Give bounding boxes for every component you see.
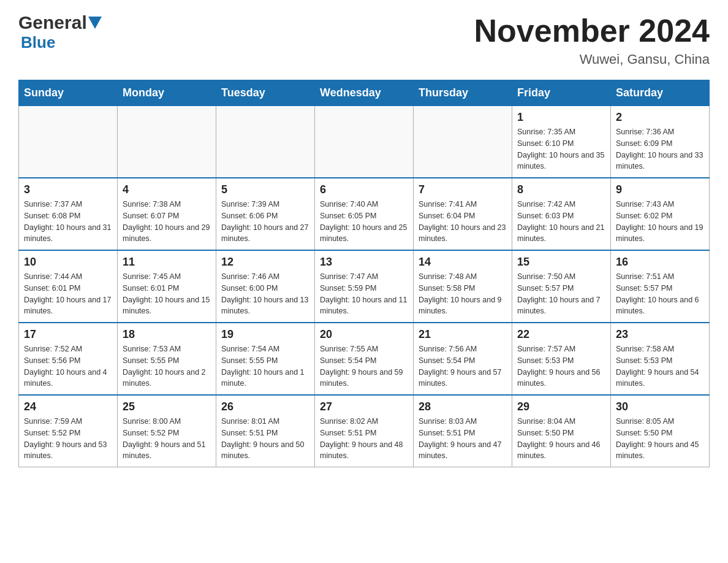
subtitle: Wuwei, Gansu, China — [474, 52, 710, 67]
day-cell: 6Sunrise: 7:40 AM Sunset: 6:05 PM Daylig… — [315, 178, 414, 250]
day-info: Sunrise: 7:43 AM Sunset: 6:02 PM Dayligh… — [616, 199, 704, 245]
day-cell: 30Sunrise: 8:05 AM Sunset: 5:50 PM Dayli… — [611, 395, 710, 467]
day-info: Sunrise: 7:51 AM Sunset: 5:57 PM Dayligh… — [616, 271, 704, 317]
day-cell: 29Sunrise: 8:04 AM Sunset: 5:50 PM Dayli… — [512, 395, 611, 467]
day-info: Sunrise: 7:44 AM Sunset: 6:01 PM Dayligh… — [24, 271, 112, 317]
day-cell: 24Sunrise: 7:59 AM Sunset: 5:52 PM Dayli… — [19, 395, 118, 467]
day-cell: 15Sunrise: 7:50 AM Sunset: 5:57 PM Dayli… — [512, 250, 611, 323]
day-number: 16 — [616, 256, 704, 269]
day-number: 28 — [419, 400, 507, 413]
day-number: 1 — [517, 111, 605, 124]
day-number: 20 — [320, 328, 408, 341]
day-info: Sunrise: 7:41 AM Sunset: 6:04 PM Dayligh… — [419, 199, 507, 245]
header-saturday: Saturday — [611, 80, 710, 106]
day-number: 26 — [221, 400, 309, 413]
day-info: Sunrise: 7:56 AM Sunset: 5:54 PM Dayligh… — [419, 343, 507, 389]
day-cell: 11Sunrise: 7:45 AM Sunset: 6:01 PM Dayli… — [118, 250, 216, 323]
day-number: 30 — [616, 400, 704, 413]
day-number: 14 — [419, 256, 507, 269]
day-number: 21 — [419, 328, 507, 341]
day-info: Sunrise: 8:04 AM Sunset: 5:50 PM Dayligh… — [517, 416, 605, 462]
day-cell: 16Sunrise: 7:51 AM Sunset: 5:57 PM Dayli… — [611, 250, 710, 323]
day-info: Sunrise: 7:37 AM Sunset: 6:08 PM Dayligh… — [24, 199, 112, 245]
day-cell: 19Sunrise: 7:54 AM Sunset: 5:55 PM Dayli… — [216, 323, 315, 395]
day-info: Sunrise: 7:35 AM Sunset: 6:10 PM Dayligh… — [517, 126, 605, 172]
day-cell — [414, 106, 512, 178]
day-info: Sunrise: 7:47 AM Sunset: 5:59 PM Dayligh… — [320, 271, 408, 317]
day-info: Sunrise: 7:42 AM Sunset: 6:03 PM Dayligh… — [517, 199, 605, 245]
day-cell: 1Sunrise: 7:35 AM Sunset: 6:10 PM Daylig… — [512, 106, 611, 178]
header-wednesday: Wednesday — [315, 80, 414, 106]
day-info: Sunrise: 8:05 AM Sunset: 5:50 PM Dayligh… — [616, 416, 704, 462]
day-number: 2 — [616, 111, 704, 124]
day-cell: 22Sunrise: 7:57 AM Sunset: 5:53 PM Dayli… — [512, 323, 611, 395]
calendar-table: Sunday Monday Tuesday Wednesday Thursday… — [18, 80, 710, 467]
day-info: Sunrise: 7:40 AM Sunset: 6:05 PM Dayligh… — [320, 199, 408, 245]
calendar-header-row: Sunday Monday Tuesday Wednesday Thursday… — [19, 80, 710, 106]
day-cell — [19, 106, 118, 178]
logo: General Blue — [18, 12, 102, 52]
day-info: Sunrise: 7:36 AM Sunset: 6:09 PM Dayligh… — [616, 126, 704, 172]
day-info: Sunrise: 7:53 AM Sunset: 5:55 PM Dayligh… — [123, 343, 211, 389]
day-number: 9 — [616, 183, 704, 196]
logo-general-text: General — [18, 12, 87, 33]
day-info: Sunrise: 7:45 AM Sunset: 6:01 PM Dayligh… — [123, 271, 211, 317]
day-info: Sunrise: 7:54 AM Sunset: 5:55 PM Dayligh… — [221, 343, 309, 389]
day-number: 27 — [320, 400, 408, 413]
day-number: 22 — [517, 328, 605, 341]
day-number: 10 — [24, 256, 112, 269]
week-row-4: 17Sunrise: 7:52 AM Sunset: 5:56 PM Dayli… — [19, 323, 710, 395]
header-friday: Friday — [512, 80, 611, 106]
day-info: Sunrise: 7:46 AM Sunset: 6:00 PM Dayligh… — [221, 271, 309, 317]
day-cell: 2Sunrise: 7:36 AM Sunset: 6:09 PM Daylig… — [611, 106, 710, 178]
day-cell: 14Sunrise: 7:48 AM Sunset: 5:58 PM Dayli… — [414, 250, 512, 323]
day-cell: 21Sunrise: 7:56 AM Sunset: 5:54 PM Dayli… — [414, 323, 512, 395]
day-info: Sunrise: 8:01 AM Sunset: 5:51 PM Dayligh… — [221, 416, 309, 462]
day-cell: 17Sunrise: 7:52 AM Sunset: 5:56 PM Dayli… — [19, 323, 118, 395]
day-number: 8 — [517, 183, 605, 196]
day-cell: 26Sunrise: 8:01 AM Sunset: 5:51 PM Dayli… — [216, 395, 315, 467]
header-tuesday: Tuesday — [216, 80, 315, 106]
day-number: 13 — [320, 256, 408, 269]
day-number: 17 — [24, 328, 112, 341]
day-cell: 28Sunrise: 8:03 AM Sunset: 5:51 PM Dayli… — [414, 395, 512, 467]
day-number: 3 — [24, 183, 112, 196]
day-info: Sunrise: 7:59 AM Sunset: 5:52 PM Dayligh… — [24, 416, 112, 462]
day-cell: 27Sunrise: 8:02 AM Sunset: 5:51 PM Dayli… — [315, 395, 414, 467]
main-title: November 2024 — [474, 12, 710, 49]
day-cell: 7Sunrise: 7:41 AM Sunset: 6:04 PM Daylig… — [414, 178, 512, 250]
day-cell: 18Sunrise: 7:53 AM Sunset: 5:55 PM Dayli… — [118, 323, 216, 395]
day-number: 18 — [123, 328, 211, 341]
day-cell — [118, 106, 216, 178]
day-cell: 4Sunrise: 7:38 AM Sunset: 6:07 PM Daylig… — [118, 178, 216, 250]
day-number: 11 — [123, 256, 211, 269]
day-number: 15 — [517, 256, 605, 269]
logo-blue-text: Blue — [21, 33, 55, 52]
day-number: 25 — [123, 400, 211, 413]
day-number: 29 — [517, 400, 605, 413]
day-info: Sunrise: 7:57 AM Sunset: 5:53 PM Dayligh… — [517, 343, 605, 389]
day-cell: 5Sunrise: 7:39 AM Sunset: 6:06 PM Daylig… — [216, 178, 315, 250]
day-cell: 8Sunrise: 7:42 AM Sunset: 6:03 PM Daylig… — [512, 178, 611, 250]
day-number: 4 — [123, 183, 211, 196]
day-info: Sunrise: 7:50 AM Sunset: 5:57 PM Dayligh… — [517, 271, 605, 317]
day-cell — [216, 106, 315, 178]
day-number: 5 — [221, 183, 309, 196]
day-cell: 20Sunrise: 7:55 AM Sunset: 5:54 PM Dayli… — [315, 323, 414, 395]
header-thursday: Thursday — [414, 80, 512, 106]
day-cell: 13Sunrise: 7:47 AM Sunset: 5:59 PM Dayli… — [315, 250, 414, 323]
day-number: 23 — [616, 328, 704, 341]
day-cell: 12Sunrise: 7:46 AM Sunset: 6:00 PM Dayli… — [216, 250, 315, 323]
day-number: 12 — [221, 256, 309, 269]
day-number: 24 — [24, 400, 112, 413]
day-cell — [315, 106, 414, 178]
day-number: 6 — [320, 183, 408, 196]
day-cell: 10Sunrise: 7:44 AM Sunset: 6:01 PM Dayli… — [19, 250, 118, 323]
week-row-2: 3Sunrise: 7:37 AM Sunset: 6:08 PM Daylig… — [19, 178, 710, 250]
day-info: Sunrise: 7:58 AM Sunset: 5:53 PM Dayligh… — [616, 343, 704, 389]
day-info: Sunrise: 7:48 AM Sunset: 5:58 PM Dayligh… — [419, 271, 507, 317]
day-cell: 9Sunrise: 7:43 AM Sunset: 6:02 PM Daylig… — [611, 178, 710, 250]
title-area: November 2024 Wuwei, Gansu, China — [474, 12, 710, 67]
svg-marker-0 — [88, 17, 102, 29]
day-cell: 23Sunrise: 7:58 AM Sunset: 5:53 PM Dayli… — [611, 323, 710, 395]
